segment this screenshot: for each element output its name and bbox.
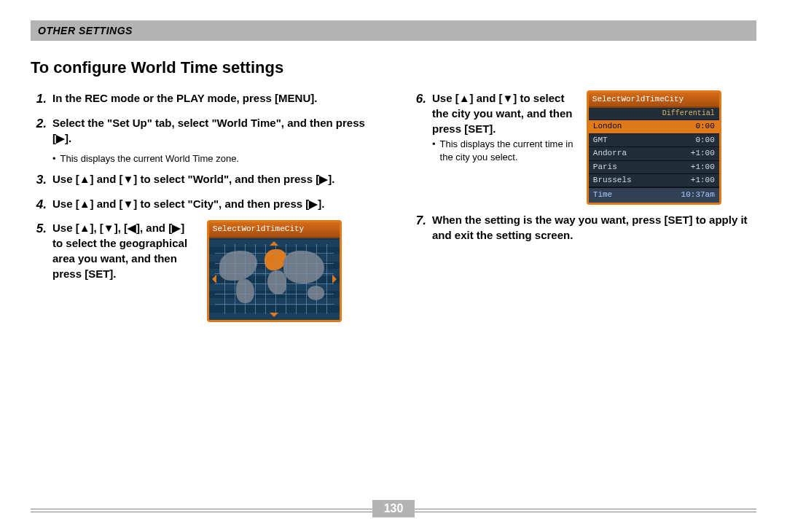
right-column: 6. Use [▲] and [▼] to select the city yo… xyxy=(410,90,756,329)
footer-rule xyxy=(415,509,756,509)
step-number: 2. xyxy=(31,115,47,146)
section-header: OTHER SETTINGS xyxy=(31,20,756,41)
city-row: Paris+1:00 xyxy=(589,160,719,173)
step-2: 2. Select the "Set Up" tab, select "Worl… xyxy=(31,115,377,146)
step-number: 6. xyxy=(410,90,426,205)
step-text: Use [▲] and [▼] to select "City", and th… xyxy=(52,196,377,211)
step-number: 7. xyxy=(410,212,426,243)
step-text: In the REC mode or the PLAY mode, press … xyxy=(52,90,377,106)
city-row: Brussels+1:00 xyxy=(589,173,719,187)
lcd-world-map: SelectWorldTimeCity xyxy=(207,220,342,321)
step-text: Use [▲] and [▼] to select the city you w… xyxy=(432,90,575,136)
step-number: 4. xyxy=(31,196,47,214)
step-text: Select the "Set Up" tab, select "World T… xyxy=(52,115,377,146)
lcd-city-list: SelectWorldTimeCity Differential London0… xyxy=(587,90,721,205)
left-column: 1. In the REC mode or the PLAY mode, pre… xyxy=(31,90,377,329)
step-7: 7. When the setting is the way you want,… xyxy=(410,212,756,243)
lcd-title: SelectWorldTimeCity xyxy=(589,93,719,108)
step-6-note: This displays the current time in the ci… xyxy=(440,138,575,164)
step-1: 1. In the REC mode or the PLAY mode, pre… xyxy=(31,90,377,108)
city-row-selected: London0:00 xyxy=(589,120,719,133)
arrow-left-icon xyxy=(208,275,216,283)
step-6: 6. Use [▲] and [▼] to select the city yo… xyxy=(410,90,756,205)
step-number: 1. xyxy=(31,90,47,108)
lcd-time-bar: Time 10:37am xyxy=(589,187,719,202)
city-row: GMT0:00 xyxy=(589,133,719,146)
world-map xyxy=(209,238,340,320)
arrow-right-icon xyxy=(332,275,341,283)
arrow-up-icon xyxy=(270,237,278,246)
lcd-title: SelectWorldTimeCity xyxy=(209,222,340,238)
step-number: 5. xyxy=(31,220,47,321)
step-3: 3. Use [▲] and [▼] to select "World", an… xyxy=(31,171,377,189)
arrow-down-icon xyxy=(270,313,278,321)
content-columns: 1. In the REC mode or the PLAY mode, pre… xyxy=(31,90,756,329)
manual-page: OTHER SETTINGS To configure World Time s… xyxy=(0,0,787,532)
page-footer: 130 xyxy=(31,500,756,517)
step-5: 5. Use [▲], [▼], [◀], and [▶] to select … xyxy=(31,220,377,321)
step-text: Use [▲], [▼], [◀], and [▶] to select the… xyxy=(52,220,195,281)
step-number: 3. xyxy=(31,171,47,189)
footer-rule xyxy=(31,509,372,509)
differential-header: Differential xyxy=(589,108,719,120)
step-2-note: This displays the current World Time zon… xyxy=(52,153,377,164)
page-title: To configure World Time settings xyxy=(31,58,756,77)
city-row: Andorra+1:00 xyxy=(589,146,719,160)
step-4: 4. Use [▲] and [▼] to select "City", and… xyxy=(31,196,377,214)
city-list: Differential London0:00 GMT0:00 Andorra+… xyxy=(589,108,719,187)
page-number: 130 xyxy=(372,500,415,517)
step-text: When the setting is the way you want, pr… xyxy=(432,212,756,243)
step-text: Use [▲] and [▼] to select "World", and t… xyxy=(52,171,377,187)
